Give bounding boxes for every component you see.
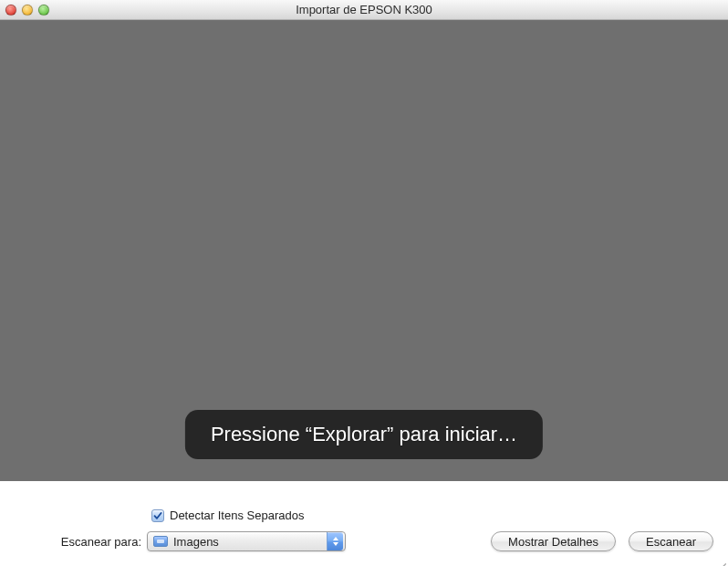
scan-to-popup[interactable]: Imagens xyxy=(147,531,346,551)
pictures-folder-icon xyxy=(153,536,168,547)
detect-row: Detectar Itens Separados xyxy=(151,508,713,522)
scan-button[interactable]: Escanear xyxy=(629,531,713,551)
close-button[interactable] xyxy=(5,5,16,16)
scan-row: Escanear para: Imagens Mostrar Detalhes … xyxy=(15,531,713,551)
traffic-lights xyxy=(5,5,49,16)
show-details-button[interactable]: Mostrar Detalhes xyxy=(491,531,616,551)
checkmark-icon xyxy=(153,511,162,520)
detect-separate-items-label: Detectar Itens Separados xyxy=(170,508,304,522)
popup-arrows-icon xyxy=(327,532,343,550)
window-title: Importar de EPSON K300 xyxy=(0,3,728,16)
overlay-hint: Pressione “Explorar” para iniciar… xyxy=(185,410,543,459)
minimize-button[interactable] xyxy=(22,5,33,16)
window-titlebar: Importar de EPSON K300 xyxy=(0,0,728,20)
scan-to-label: Escanear para: xyxy=(15,535,147,549)
detect-separate-items-checkbox[interactable] xyxy=(151,509,164,522)
zoom-button[interactable] xyxy=(38,5,49,16)
scan-preview-area: Pressione “Explorar” para iniciar… xyxy=(0,20,728,481)
scan-to-value: Imagens xyxy=(173,535,327,549)
resize-grip[interactable] xyxy=(713,551,726,564)
controls-bar: Detectar Itens Separados Escanear para: … xyxy=(0,481,728,566)
